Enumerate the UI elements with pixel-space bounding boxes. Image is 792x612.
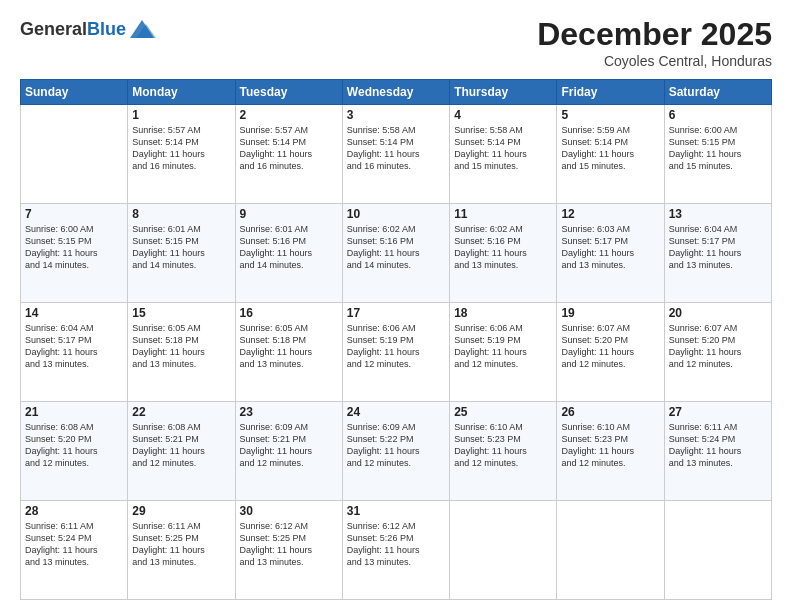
- cell-content: Sunrise: 6:03 AMSunset: 5:17 PMDaylight:…: [561, 223, 659, 272]
- cell-content: Sunrise: 5:57 AMSunset: 5:14 PMDaylight:…: [240, 124, 338, 173]
- day-number: 30: [240, 504, 338, 518]
- location-subtitle: Coyoles Central, Honduras: [537, 53, 772, 69]
- day-number: 12: [561, 207, 659, 221]
- day-number: 2: [240, 108, 338, 122]
- header: GeneralBlue December 2025 Coyoles Centra…: [20, 16, 772, 69]
- cell-content: Sunrise: 6:06 AMSunset: 5:19 PMDaylight:…: [454, 322, 552, 371]
- calendar-cell: 25Sunrise: 6:10 AMSunset: 5:23 PMDayligh…: [450, 402, 557, 501]
- cell-content: Sunrise: 6:01 AMSunset: 5:16 PMDaylight:…: [240, 223, 338, 272]
- cell-content: Sunrise: 6:05 AMSunset: 5:18 PMDaylight:…: [240, 322, 338, 371]
- calendar-cell: 30Sunrise: 6:12 AMSunset: 5:25 PMDayligh…: [235, 501, 342, 600]
- week-row-3: 14Sunrise: 6:04 AMSunset: 5:17 PMDayligh…: [21, 303, 772, 402]
- cell-content: Sunrise: 6:04 AMSunset: 5:17 PMDaylight:…: [669, 223, 767, 272]
- cell-content: Sunrise: 6:11 AMSunset: 5:25 PMDaylight:…: [132, 520, 230, 569]
- day-number: 19: [561, 306, 659, 320]
- day-number: 18: [454, 306, 552, 320]
- calendar-cell: 18Sunrise: 6:06 AMSunset: 5:19 PMDayligh…: [450, 303, 557, 402]
- cell-content: Sunrise: 5:59 AMSunset: 5:14 PMDaylight:…: [561, 124, 659, 173]
- calendar-cell: 21Sunrise: 6:08 AMSunset: 5:20 PMDayligh…: [21, 402, 128, 501]
- day-number: 25: [454, 405, 552, 419]
- day-number: 20: [669, 306, 767, 320]
- cell-content: Sunrise: 6:12 AMSunset: 5:26 PMDaylight:…: [347, 520, 445, 569]
- cell-content: Sunrise: 6:00 AMSunset: 5:15 PMDaylight:…: [25, 223, 123, 272]
- cell-content: Sunrise: 6:09 AMSunset: 5:22 PMDaylight:…: [347, 421, 445, 470]
- calendar-cell: 24Sunrise: 6:09 AMSunset: 5:22 PMDayligh…: [342, 402, 449, 501]
- calendar-cell: 22Sunrise: 6:08 AMSunset: 5:21 PMDayligh…: [128, 402, 235, 501]
- day-number: 8: [132, 207, 230, 221]
- cell-content: Sunrise: 6:07 AMSunset: 5:20 PMDaylight:…: [669, 322, 767, 371]
- calendar-cell: 14Sunrise: 6:04 AMSunset: 5:17 PMDayligh…: [21, 303, 128, 402]
- cell-content: Sunrise: 6:09 AMSunset: 5:21 PMDaylight:…: [240, 421, 338, 470]
- cell-content: Sunrise: 6:02 AMSunset: 5:16 PMDaylight:…: [347, 223, 445, 272]
- day-number: 11: [454, 207, 552, 221]
- logo-text: GeneralBlue: [20, 20, 126, 40]
- calendar-cell: 13Sunrise: 6:04 AMSunset: 5:17 PMDayligh…: [664, 204, 771, 303]
- day-number: 1: [132, 108, 230, 122]
- cell-content: Sunrise: 6:12 AMSunset: 5:25 PMDaylight:…: [240, 520, 338, 569]
- day-number: 17: [347, 306, 445, 320]
- cell-content: Sunrise: 6:00 AMSunset: 5:15 PMDaylight:…: [669, 124, 767, 173]
- calendar-cell: 29Sunrise: 6:11 AMSunset: 5:25 PMDayligh…: [128, 501, 235, 600]
- cell-content: Sunrise: 6:06 AMSunset: 5:19 PMDaylight:…: [347, 322, 445, 371]
- day-number: 31: [347, 504, 445, 518]
- cell-content: Sunrise: 5:58 AMSunset: 5:14 PMDaylight:…: [347, 124, 445, 173]
- cell-content: Sunrise: 6:05 AMSunset: 5:18 PMDaylight:…: [132, 322, 230, 371]
- col-saturday: Saturday: [664, 80, 771, 105]
- calendar-cell: [557, 501, 664, 600]
- calendar-cell: 8Sunrise: 6:01 AMSunset: 5:15 PMDaylight…: [128, 204, 235, 303]
- day-number: 10: [347, 207, 445, 221]
- day-number: 13: [669, 207, 767, 221]
- calendar-cell: 20Sunrise: 6:07 AMSunset: 5:20 PMDayligh…: [664, 303, 771, 402]
- calendar-cell: 11Sunrise: 6:02 AMSunset: 5:16 PMDayligh…: [450, 204, 557, 303]
- calendar-cell: 4Sunrise: 5:58 AMSunset: 5:14 PMDaylight…: [450, 105, 557, 204]
- day-number: 21: [25, 405, 123, 419]
- week-row-5: 28Sunrise: 6:11 AMSunset: 5:24 PMDayligh…: [21, 501, 772, 600]
- day-number: 28: [25, 504, 123, 518]
- day-number: 9: [240, 207, 338, 221]
- month-title: December 2025: [537, 16, 772, 53]
- calendar-cell: [450, 501, 557, 600]
- cell-content: Sunrise: 6:11 AMSunset: 5:24 PMDaylight:…: [25, 520, 123, 569]
- calendar-cell: 19Sunrise: 6:07 AMSunset: 5:20 PMDayligh…: [557, 303, 664, 402]
- calendar-cell: 26Sunrise: 6:10 AMSunset: 5:23 PMDayligh…: [557, 402, 664, 501]
- calendar-cell: 27Sunrise: 6:11 AMSunset: 5:24 PMDayligh…: [664, 402, 771, 501]
- day-number: 5: [561, 108, 659, 122]
- page: GeneralBlue December 2025 Coyoles Centra…: [0, 0, 792, 612]
- calendar-cell: 7Sunrise: 6:00 AMSunset: 5:15 PMDaylight…: [21, 204, 128, 303]
- calendar-cell: 31Sunrise: 6:12 AMSunset: 5:26 PMDayligh…: [342, 501, 449, 600]
- calendar-cell: 16Sunrise: 6:05 AMSunset: 5:18 PMDayligh…: [235, 303, 342, 402]
- cell-content: Sunrise: 6:04 AMSunset: 5:17 PMDaylight:…: [25, 322, 123, 371]
- day-number: 14: [25, 306, 123, 320]
- cell-content: Sunrise: 6:01 AMSunset: 5:15 PMDaylight:…: [132, 223, 230, 272]
- calendar-cell: 2Sunrise: 5:57 AMSunset: 5:14 PMDaylight…: [235, 105, 342, 204]
- day-number: 16: [240, 306, 338, 320]
- calendar-table: Sunday Monday Tuesday Wednesday Thursday…: [20, 79, 772, 600]
- cell-content: Sunrise: 5:58 AMSunset: 5:14 PMDaylight:…: [454, 124, 552, 173]
- calendar-cell: 3Sunrise: 5:58 AMSunset: 5:14 PMDaylight…: [342, 105, 449, 204]
- title-block: December 2025 Coyoles Central, Honduras: [537, 16, 772, 69]
- col-tuesday: Tuesday: [235, 80, 342, 105]
- day-number: 24: [347, 405, 445, 419]
- day-number: 6: [669, 108, 767, 122]
- week-row-4: 21Sunrise: 6:08 AMSunset: 5:20 PMDayligh…: [21, 402, 772, 501]
- cell-content: Sunrise: 6:07 AMSunset: 5:20 PMDaylight:…: [561, 322, 659, 371]
- cell-content: Sunrise: 5:57 AMSunset: 5:14 PMDaylight:…: [132, 124, 230, 173]
- col-sunday: Sunday: [21, 80, 128, 105]
- week-row-1: 1Sunrise: 5:57 AMSunset: 5:14 PMDaylight…: [21, 105, 772, 204]
- calendar-cell: [21, 105, 128, 204]
- day-number: 26: [561, 405, 659, 419]
- col-thursday: Thursday: [450, 80, 557, 105]
- col-wednesday: Wednesday: [342, 80, 449, 105]
- day-number: 29: [132, 504, 230, 518]
- calendar-cell: 9Sunrise: 6:01 AMSunset: 5:16 PMDaylight…: [235, 204, 342, 303]
- week-row-2: 7Sunrise: 6:00 AMSunset: 5:15 PMDaylight…: [21, 204, 772, 303]
- day-number: 22: [132, 405, 230, 419]
- calendar-cell: 5Sunrise: 5:59 AMSunset: 5:14 PMDaylight…: [557, 105, 664, 204]
- day-number: 23: [240, 405, 338, 419]
- cell-content: Sunrise: 6:10 AMSunset: 5:23 PMDaylight:…: [454, 421, 552, 470]
- cell-content: Sunrise: 6:10 AMSunset: 5:23 PMDaylight:…: [561, 421, 659, 470]
- calendar-cell: 12Sunrise: 6:03 AMSunset: 5:17 PMDayligh…: [557, 204, 664, 303]
- calendar-cell: 17Sunrise: 6:06 AMSunset: 5:19 PMDayligh…: [342, 303, 449, 402]
- day-number: 27: [669, 405, 767, 419]
- logo: GeneralBlue: [20, 16, 156, 44]
